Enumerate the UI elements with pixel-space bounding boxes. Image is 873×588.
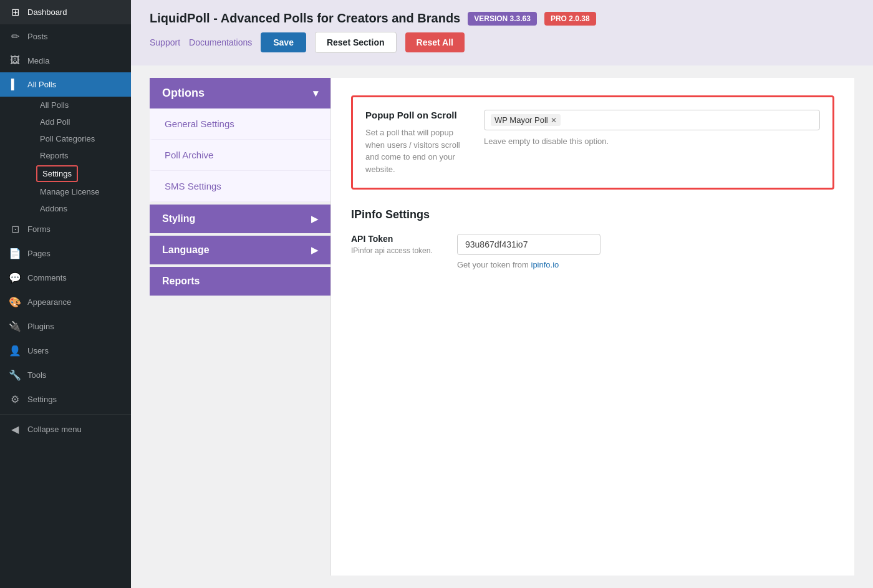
- popup-poll-tag-input[interactable]: WP Mayor Poll ✕: [484, 110, 820, 130]
- sidebar-label-users: Users: [27, 346, 49, 355]
- appearance-icon: 🎨: [9, 296, 21, 308]
- version-badge: VERSION 3.3.63: [468, 12, 537, 26]
- polls-icon: ▍: [9, 79, 21, 90]
- sidebar-item-plugins[interactable]: 🔌 Plugins: [0, 314, 131, 339]
- sidebar-label-comments: Comments: [27, 273, 67, 282]
- popup-poll-section: Popup Poll on Scroll Set a poll that wil…: [351, 95, 834, 190]
- sidebar-item-forms[interactable]: ⊡ Forms: [0, 217, 131, 241]
- plugin-title: LiquidPoll - Advanced Polls for Creators…: [150, 11, 460, 26]
- api-token-input-col: Get your token from ipinfo.io: [457, 234, 834, 269]
- reset-section-button[interactable]: Reset Section: [315, 32, 397, 53]
- sidebar-item-pages[interactable]: 📄 Pages: [0, 241, 131, 266]
- sidebar-label-plugins: Plugins: [27, 322, 54, 331]
- option-general-settings[interactable]: General Settings: [150, 108, 330, 140]
- plugins-icon: 🔌: [9, 321, 21, 332]
- ipinfo-link[interactable]: ipinfo.io: [531, 260, 559, 269]
- settings-panel: Popup Poll on Scroll Set a poll that wil…: [330, 78, 854, 576]
- pages-icon: 📄: [9, 248, 21, 259]
- options-header-label: Options: [162, 87, 205, 100]
- sidebar-label-media: Media: [27, 56, 49, 65]
- api-token-input[interactable]: [457, 234, 600, 255]
- options-chevron-icon: ▾: [313, 87, 318, 99]
- users-icon: 👤: [9, 345, 21, 357]
- tools-icon: 🔧: [9, 369, 21, 381]
- comments-icon: 💬: [9, 272, 21, 284]
- reports-label: Reports: [162, 276, 200, 287]
- plugin-header-actions: Support Documentations Save Reset Sectio…: [150, 32, 854, 53]
- dashboard-icon: ⊞: [9, 6, 21, 18]
- sidebar-label-posts: Posts: [27, 32, 48, 41]
- popup-poll-desc: Set a poll that will popup when users / …: [365, 127, 465, 175]
- sidebar-divider: [0, 414, 131, 415]
- submenu-settings[interactable]: Settings: [36, 165, 78, 182]
- popup-poll-input-col: WP Mayor Poll ✕ Leave empty to disable t…: [484, 110, 820, 175]
- tag-close-icon[interactable]: ✕: [551, 116, 557, 125]
- sidebar-label-appearance: Appearance: [27, 297, 71, 307]
- media-icon: 🖼: [9, 55, 21, 66]
- sidebar-label-all-polls: All Polls: [27, 80, 56, 89]
- content-area: Options ▾ General Settings Poll Archive …: [131, 65, 873, 588]
- sidebar-label-dashboard: Dashboard: [27, 7, 67, 17]
- sidebar-item-settings[interactable]: ⚙ Settings: [0, 387, 131, 412]
- save-button[interactable]: Save: [261, 32, 306, 52]
- language-section-header[interactable]: Language ▶: [150, 236, 330, 264]
- submenu-add-poll[interactable]: Add Poll: [19, 113, 131, 130]
- submenu-manage-license[interactable]: Manage License: [19, 183, 131, 200]
- settings-icon: ⚙: [9, 393, 21, 405]
- option-sms-settings[interactable]: SMS Settings: [150, 171, 330, 202]
- styling-label: Styling: [162, 213, 195, 224]
- sidebar-label-collapse: Collapse menu: [27, 425, 82, 434]
- collapse-icon: ◀: [9, 423, 21, 435]
- reset-all-button[interactable]: Reset All: [405, 32, 465, 52]
- sidebar-item-posts[interactable]: ✏ Posts: [0, 24, 131, 49]
- submenu-reports[interactable]: Reports: [19, 147, 131, 164]
- api-token-label-col: API Token IPinfor api access token.: [351, 234, 438, 255]
- popup-poll-label-col: Popup Poll on Scroll Set a poll that wil…: [365, 110, 465, 175]
- language-chevron-icon: ▶: [311, 245, 318, 255]
- plugin-header: LiquidPoll - Advanced Polls for Creators…: [131, 0, 873, 65]
- api-token-note-prefix: Get your token from: [457, 260, 531, 269]
- sidebar-item-media[interactable]: 🖼 Media: [0, 49, 131, 72]
- popup-poll-hint: Leave empty to disable this option.: [484, 137, 820, 146]
- sidebar-label-forms: Forms: [27, 224, 51, 234]
- submenu-poll-categories[interactable]: Poll Categories: [19, 130, 131, 147]
- sidebar-label-settings: Settings: [27, 395, 57, 404]
- styling-chevron-icon: ▶: [311, 214, 318, 224]
- sidebar-item-users[interactable]: 👤 Users: [0, 339, 131, 363]
- api-token-sublabel: IPinfor api access token.: [351, 246, 438, 255]
- sidebar-item-tools[interactable]: 🔧 Tools: [0, 363, 131, 387]
- sidebar-label-tools: Tools: [27, 370, 46, 380]
- api-token-row: API Token IPinfor api access token. Get …: [351, 234, 834, 269]
- ipinfo-title: IPinfo Settings: [351, 208, 834, 221]
- api-token-label: API Token: [351, 234, 438, 244]
- sidebar-item-all-polls[interactable]: ▍ All Polls: [0, 72, 131, 97]
- options-panel: Options ▾ General Settings Poll Archive …: [150, 78, 330, 576]
- tag-label: WP Mayor Poll: [494, 115, 548, 125]
- forms-icon: ⊡: [9, 223, 21, 235]
- reports-section-header[interactable]: Reports: [150, 267, 330, 296]
- sidebar-label-pages: Pages: [27, 249, 51, 258]
- sidebar-item-appearance[interactable]: 🎨 Appearance: [0, 290, 131, 314]
- api-token-note: Get your token from ipinfo.io: [457, 260, 834, 269]
- sidebar-item-comments[interactable]: 💬 Comments: [0, 266, 131, 290]
- sidebar-item-dashboard[interactable]: ⊞ Dashboard: [0, 0, 131, 24]
- sidebar-item-collapse[interactable]: ◀ Collapse menu: [0, 417, 131, 441]
- plugin-header-top: LiquidPoll - Advanced Polls for Creators…: [150, 11, 854, 26]
- option-poll-archive[interactable]: Poll Archive: [150, 140, 330, 171]
- submenu-addons[interactable]: Addons: [19, 200, 131, 217]
- options-header[interactable]: Options ▾: [150, 78, 330, 108]
- styling-section-header[interactable]: Styling ▶: [150, 205, 330, 233]
- language-label: Language: [162, 244, 210, 256]
- pro-badge: PRO 2.0.38: [544, 12, 596, 26]
- support-link[interactable]: Support: [150, 37, 180, 47]
- docs-link[interactable]: Documentations: [189, 37, 252, 47]
- sidebar: ⊞ Dashboard ✏ Posts 🖼 Media ▍ All Polls …: [0, 0, 131, 588]
- popup-poll-label: Popup Poll on Scroll: [365, 110, 465, 120]
- main-content: LiquidPoll - Advanced Polls for Creators…: [131, 0, 873, 588]
- all-polls-submenu: All Polls Add Poll Poll Categories Repor…: [0, 97, 131, 217]
- posts-icon: ✏: [9, 31, 21, 42]
- popup-poll-tag: WP Mayor Poll ✕: [491, 114, 561, 126]
- submenu-all-polls[interactable]: All Polls: [19, 97, 131, 113]
